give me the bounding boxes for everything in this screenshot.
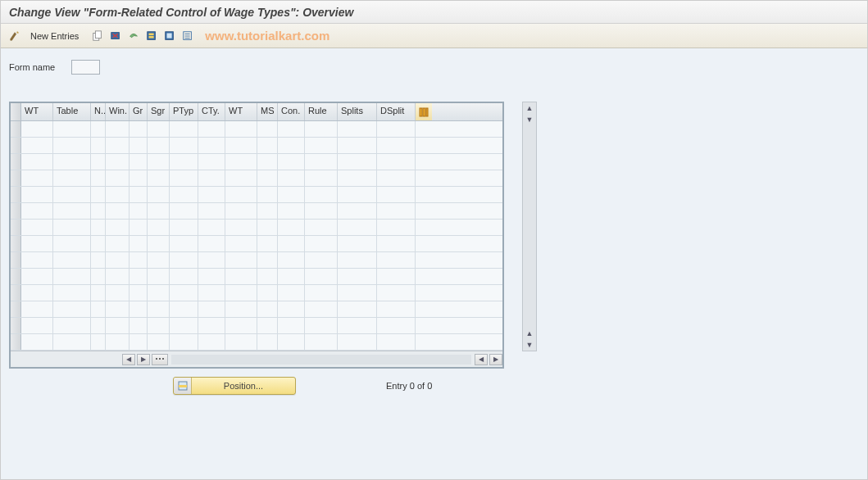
- grid-cell[interactable]: [198, 220, 225, 235]
- col-header-sgr[interactable]: Sgr: [148, 103, 170, 120]
- delete-icon[interactable]: [108, 29, 123, 43]
- grid-cell[interactable]: [225, 138, 257, 153]
- grid-cell[interactable]: [21, 220, 53, 235]
- grid-cell[interactable]: [278, 154, 305, 170]
- grid-cell[interactable]: [148, 170, 170, 186]
- grid-cell[interactable]: [53, 203, 91, 219]
- scroll-down-icon[interactable]: ▼: [524, 339, 535, 351]
- grid-cell[interactable]: [338, 301, 377, 317]
- grid-cell[interactable]: [53, 220, 91, 235]
- grid-cell[interactable]: [91, 187, 106, 202]
- grid-cell[interactable]: [338, 121, 377, 137]
- col-header-wt2[interactable]: WT: [225, 103, 257, 120]
- col-header-win[interactable]: Win.: [106, 103, 130, 120]
- row-selector[interactable]: [11, 236, 21, 251]
- grid-cell[interactable]: [377, 203, 416, 219]
- grid-cell[interactable]: [170, 203, 198, 219]
- grid-cell[interactable]: [225, 187, 257, 202]
- grid-cell[interactable]: [305, 203, 338, 219]
- grid-cell[interactable]: [170, 220, 198, 235]
- grid-cell[interactable]: [130, 220, 148, 235]
- grid-cell[interactable]: [377, 154, 416, 170]
- col-header-wt[interactable]: WT: [21, 103, 53, 120]
- grid-cell[interactable]: [21, 121, 53, 137]
- grid-cell[interactable]: [91, 138, 106, 153]
- position-button[interactable]: Position...: [173, 377, 296, 395]
- grid-cell[interactable]: [106, 220, 130, 235]
- grid-cell[interactable]: [91, 301, 106, 317]
- grid-cell[interactable]: [21, 285, 53, 301]
- table-row[interactable]: [11, 138, 502, 154]
- grid-cell[interactable]: [338, 154, 377, 170]
- grid-cell[interactable]: [130, 285, 148, 301]
- grid-cell[interactable]: [148, 187, 170, 202]
- grid-cell[interactable]: [198, 301, 225, 317]
- col-header-splits[interactable]: Splits: [338, 103, 377, 120]
- grid-cell[interactable]: [338, 170, 377, 186]
- row-selector[interactable]: [11, 203, 21, 219]
- grid-cell[interactable]: [305, 170, 338, 186]
- grid-cell[interactable]: [198, 236, 225, 251]
- hscroll-track[interactable]: [171, 355, 471, 365]
- grid-cell[interactable]: [53, 252, 91, 268]
- grid-cell[interactable]: [53, 334, 91, 350]
- grid-cell[interactable]: [130, 170, 148, 186]
- grid-cell[interactable]: [305, 236, 338, 251]
- scroll-up-step-icon[interactable]: ▲: [524, 328, 535, 339]
- grid-cell[interactable]: [225, 236, 257, 251]
- grid-cell[interactable]: [198, 252, 225, 268]
- grid-cell[interactable]: [148, 301, 170, 317]
- grid-cell[interactable]: [278, 138, 305, 153]
- col-header-con[interactable]: Con.: [278, 103, 305, 120]
- grid-cell[interactable]: [91, 252, 106, 268]
- grid-cell[interactable]: [21, 170, 53, 186]
- grid-cell[interactable]: [91, 154, 106, 170]
- grid-cell[interactable]: [91, 236, 106, 251]
- grid-cell[interactable]: [305, 318, 338, 333]
- toggle-display-icon[interactable]: [7, 29, 22, 43]
- scroll-expand-icon[interactable]: [152, 354, 168, 365]
- grid-cell[interactable]: [305, 301, 338, 317]
- copy-icon[interactable]: [90, 29, 105, 43]
- grid-cell[interactable]: [148, 236, 170, 251]
- grid-cell[interactable]: [225, 154, 257, 170]
- grid-cell[interactable]: [338, 236, 377, 251]
- grid-cell[interactable]: [53, 170, 91, 186]
- col-header-table[interactable]: Table: [53, 103, 91, 120]
- grid-cell[interactable]: [278, 236, 305, 251]
- grid-cell[interactable]: [305, 334, 338, 350]
- table-row[interactable]: [11, 154, 502, 170]
- table-row[interactable]: [11, 269, 502, 285]
- grid-cell[interactable]: [21, 334, 53, 350]
- table-row[interactable]: [11, 285, 502, 301]
- grid-cell[interactable]: [53, 318, 91, 333]
- grid-cell[interactable]: [21, 301, 53, 317]
- grid-cell[interactable]: [377, 236, 416, 251]
- select-all-icon[interactable]: [144, 29, 159, 43]
- grid-cell[interactable]: [225, 121, 257, 137]
- grid-cell[interactable]: [130, 187, 148, 202]
- new-entries-button[interactable]: New Entries: [25, 29, 84, 43]
- grid-cell[interactable]: [225, 285, 257, 301]
- grid-cell[interactable]: [170, 318, 198, 333]
- grid-cell[interactable]: [198, 203, 225, 219]
- scroll-down-step-icon[interactable]: ▼: [524, 114, 535, 125]
- table-row[interactable]: [11, 318, 502, 334]
- grid-cell[interactable]: [305, 138, 338, 153]
- table-row[interactable]: [11, 170, 502, 187]
- grid-cell[interactable]: [377, 285, 416, 301]
- grid-cell[interactable]: [148, 334, 170, 350]
- grid-cell[interactable]: [338, 138, 377, 153]
- grid-cell[interactable]: [53, 138, 91, 153]
- grid-cell[interactable]: [377, 138, 416, 153]
- select-all-rows[interactable]: [11, 103, 21, 120]
- deselect-all-icon[interactable]: [180, 29, 195, 43]
- grid-cell[interactable]: [225, 334, 257, 350]
- grid-cell[interactable]: [338, 334, 377, 350]
- grid-cell[interactable]: [377, 121, 416, 137]
- grid-cell[interactable]: [130, 121, 148, 137]
- configure-columns-icon[interactable]: [416, 103, 432, 120]
- grid-cell[interactable]: [338, 269, 377, 284]
- grid-cell[interactable]: [257, 203, 278, 219]
- grid-cell[interactable]: [106, 334, 130, 350]
